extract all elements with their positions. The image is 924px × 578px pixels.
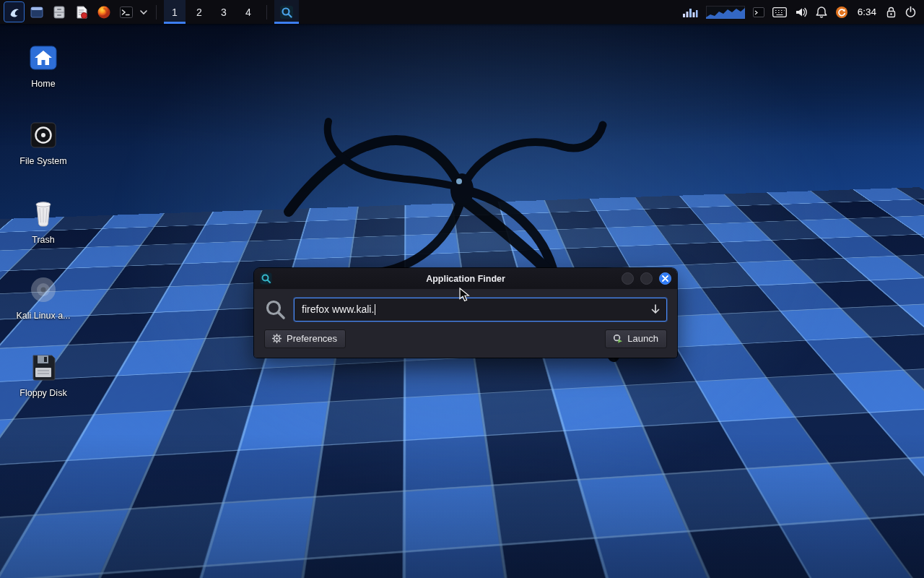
window-body: firefox www.kali. Preferences — [254, 289, 677, 358]
window-title: Application Finder — [254, 274, 677, 284]
maximize-button[interactable] — [640, 272, 653, 285]
desktop-icon-file-system[interactable]: File System — [6, 113, 81, 191]
keyboard-icon[interactable] — [772, 7, 787, 17]
close-icon — [662, 275, 668, 282]
text-editor-icon — [74, 5, 89, 20]
window-controls — [622, 272, 671, 285]
terminal-icon — [119, 6, 134, 19]
clock[interactable]: 6:34 — [856, 7, 878, 17]
workspace-label: 3 — [221, 7, 227, 18]
workspace-label: 1 — [172, 7, 178, 18]
search-input-value: firefox www.kali. — [302, 303, 374, 315]
application-finder-window: Application Finder firefox www.kali. — [254, 268, 677, 358]
workspace-label: 2 — [196, 7, 202, 18]
system-tray: 6:34 — [682, 6, 920, 19]
workspace-3[interactable]: 3 — [213, 0, 235, 24]
desktop-icon-trash[interactable]: Trash — [6, 191, 81, 268]
file-system-icon — [29, 121, 58, 150]
power-icon[interactable] — [905, 6, 917, 18]
text-caret — [375, 304, 375, 315]
desktop-icon-label: Home — [31, 79, 55, 89]
launcher-terminal[interactable] — [116, 2, 136, 22]
close-button[interactable] — [659, 272, 671, 285]
launch-button-label: Launch — [627, 333, 658, 344]
application-finder-icon — [279, 5, 294, 20]
panel-separator — [156, 5, 157, 20]
floppy-disk-icon — [30, 353, 57, 381]
launcher-file-manager[interactable] — [49, 2, 69, 22]
workspace-label: 4 — [245, 7, 251, 18]
launcher-text-editor[interactable] — [71, 2, 91, 22]
desktop-icon-floppy[interactable]: Floppy Disk — [6, 345, 81, 423]
window-manager-icon — [30, 5, 44, 20]
desktop-icon-kali-disc[interactable]: Kali Linux a... — [6, 268, 81, 345]
firefox-icon — [97, 5, 111, 20]
notifications-bell-icon[interactable] — [816, 6, 827, 18]
preferences-button[interactable]: Preferences — [264, 329, 346, 348]
desktop-icon-label: Kali Linux a... — [16, 311, 70, 321]
lock-icon[interactable] — [886, 6, 897, 18]
terminal-dropdown-button[interactable] — [139, 2, 149, 22]
launcher-firefox[interactable] — [94, 2, 113, 22]
workspace-2[interactable]: 2 — [188, 0, 210, 24]
desktop-icon-label: File System — [19, 156, 66, 166]
window-titlebar[interactable]: Application Finder — [254, 268, 677, 289]
top-panel: 1 2 3 4 — [0, 0, 924, 24]
search-icon — [264, 298, 287, 322]
updates-icon[interactable] — [835, 6, 848, 19]
dropdown-arrow-icon[interactable] — [650, 303, 661, 315]
launcher-window-manager[interactable] — [27, 2, 46, 22]
launch-button[interactable]: Launch — [605, 329, 667, 348]
volume-icon[interactable] — [795, 7, 808, 18]
desktop-icon-home[interactable]: Home — [6, 36, 81, 113]
file-cabinet-icon — [52, 5, 66, 20]
mini-terminal-icon[interactable] — [753, 7, 764, 17]
desktop-icon-label: Floppy Disk — [19, 388, 66, 398]
desktop-icon-label: Trash — [32, 235, 55, 245]
gear-icon — [271, 333, 282, 344]
workspace-1[interactable]: 1 — [164, 0, 186, 24]
taskbar-application-finder[interactable] — [274, 0, 299, 24]
launch-icon — [612, 333, 623, 344]
panel-separator — [266, 5, 267, 20]
application-finder-window-icon — [260, 272, 272, 285]
desktop-icon-column: Home File System Trash Kali Linux a... — [6, 36, 81, 423]
preferences-button-label: Preferences — [287, 333, 337, 344]
workspace-4[interactable]: 4 — [237, 0, 259, 24]
trash-icon — [30, 198, 57, 228]
terminal-dropdown-chevron-icon — [140, 9, 147, 15]
network-graph-icon[interactable] — [706, 6, 745, 19]
kali-disc-icon — [29, 275, 58, 304]
search-input[interactable]: firefox www.kali. — [294, 298, 667, 322]
cpu-meter-icon[interactable] — [682, 7, 698, 18]
applications-menu-button[interactable] — [4, 2, 24, 22]
kali-menu-icon — [8, 6, 21, 19]
home-icon — [28, 43, 58, 72]
minimize-button[interactable] — [622, 272, 634, 285]
